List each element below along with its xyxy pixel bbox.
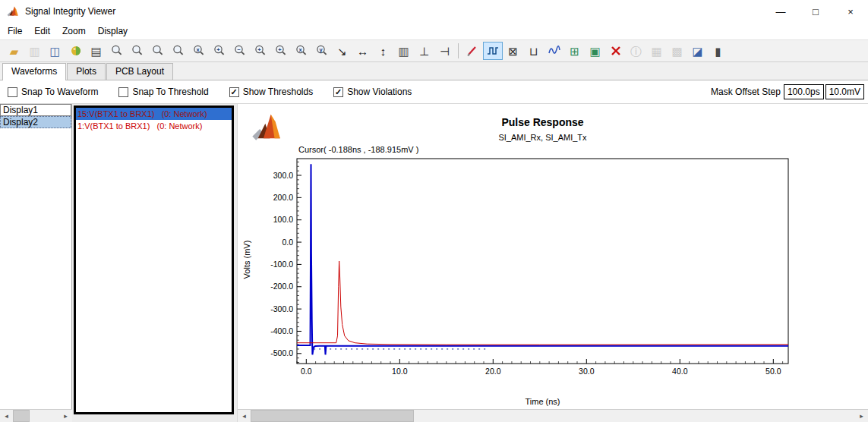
zoom-out-y-icon-glyph: y — [315, 44, 329, 58]
tab-plots[interactable]: Plots — [67, 63, 106, 80]
display-list[interactable]: Display1Display2 — [0, 104, 72, 409]
brush-icon[interactable]: ▮ — [709, 42, 728, 60]
horizontal-cursor-icon-glyph: ↔ — [357, 46, 368, 57]
zoom-in-y-icon-glyph: + — [274, 44, 288, 58]
menu-file[interactable]: File — [2, 24, 28, 38]
scroll-thumb[interactable] — [251, 410, 414, 422]
menu-zoom[interactable]: Zoom — [56, 24, 92, 38]
checkbox-show-thresholds[interactable]: ✓Show Thresholds — [229, 87, 314, 97]
mask-offset-time-field[interactable]: 100.0ps — [784, 84, 824, 99]
waveform-plot[interactable]: 300.0200.0100.00.0-100.0-200.0-300.0-400… — [238, 153, 868, 395]
mask-table-icon[interactable]: ⊞ — [565, 42, 585, 60]
checkbox-snap-to-threshold[interactable]: Snap To Threshold — [118, 87, 208, 97]
zoom-fit-icon-glyph — [131, 44, 144, 58]
measurements-icon[interactable]: ▥ — [394, 42, 414, 60]
snap-left-icon[interactable]: ⊣ — [435, 42, 455, 60]
zoom-cursor-icon-glyph — [172, 44, 185, 58]
display-item-display1[interactable]: Display1 — [0, 104, 71, 116]
matlab-logo-icon — [7, 5, 20, 17]
checkbox-snap-to-waveform[interactable]: Snap To Waveform — [8, 87, 98, 97]
minimize-button[interactable]: — — [763, 0, 798, 23]
close-button[interactable]: × — [833, 0, 868, 23]
svg-text:40.0: 40.0 — [672, 367, 688, 376]
placeholder2-icon[interactable]: ▩ — [668, 42, 687, 60]
scroll-right-button[interactable]: ▸ — [855, 410, 868, 422]
zoom-x-mode-icon-glyph: x — [192, 44, 206, 58]
signal-item[interactable]: 15:V(BTX1 to BRX1) (0: Network) — [76, 108, 232, 120]
placeholder-icon-glyph: ▦ — [651, 46, 661, 57]
svg-text:+: + — [216, 46, 220, 53]
bathtub-curve-icon-glyph: ⊔ — [529, 46, 538, 57]
zoom-in-icon[interactable]: + — [210, 42, 229, 60]
eye-diagram-icon[interactable]: ⊠ — [503, 42, 523, 60]
zoom-out-icon[interactable]: − — [230, 42, 250, 60]
zoom-cursor-icon[interactable] — [169, 42, 188, 60]
zoom-in-x-icon[interactable]: + — [251, 42, 270, 60]
menu-display[interactable]: Display — [92, 24, 134, 38]
colormap-icon-glyph — [69, 44, 83, 58]
tab-pcb-layout[interactable]: PCB Layout — [106, 63, 173, 80]
import-data-icon[interactable]: ▥ — [25, 42, 45, 60]
snap-bottom-icon[interactable]: ⊥ — [415, 42, 434, 60]
signal-list[interactable]: 15:V(BTX1 to BRX1) (0: Network)1:V(BTX1 … — [74, 106, 234, 414]
zoom-x-mode-icon[interactable]: x — [189, 42, 209, 60]
horizontal-cursor-icon[interactable]: ↔ — [353, 42, 373, 60]
pulse-response-icon-glyph — [486, 44, 500, 58]
content-area: Display1Display2 ◂ ▸ 15:V(BTX1 to BRX1) … — [0, 104, 868, 422]
signal-item[interactable]: 1:V(BTX1 to BRX1) (0: Network) — [76, 120, 232, 132]
export-figure-icon[interactable]: ◪ — [688, 42, 708, 60]
slope-cursor-icon[interactable]: ↘ — [333, 42, 352, 60]
zoom-out-y-icon[interactable]: y — [312, 42, 332, 60]
svg-text:10.0: 10.0 — [392, 367, 408, 376]
checkbox-icon: ✓ — [333, 87, 343, 97]
pulse-response-icon[interactable] — [483, 42, 503, 60]
find-icon[interactable] — [107, 42, 127, 60]
mask-offset-group: Mask Offset Step 100.0ps 10.0mV — [711, 84, 864, 99]
display-list-scrollbar[interactable]: ◂ ▸ — [0, 409, 72, 422]
plot-panel: Pulse Response SI_AMI_Rx, SI_AMI_Tx Curs… — [237, 104, 868, 422]
options-bar: Snap To WaveformSnap To Threshold✓Show T… — [0, 80, 868, 104]
svg-text:-100.0: -100.0 — [270, 260, 293, 269]
mask-offset-voltage-field[interactable]: 10.0mV — [825, 84, 864, 99]
zoom-in-y-icon[interactable]: + — [271, 42, 291, 60]
placeholder-icon[interactable]: ▦ — [647, 42, 667, 60]
scroll-thumb[interactable] — [13, 410, 30, 422]
waveform-icon[interactable] — [544, 42, 564, 60]
snapshot-icon[interactable]: ▣ — [586, 42, 605, 60]
import-data-icon-glyph: ▥ — [29, 46, 39, 57]
svg-text:50.0: 50.0 — [765, 367, 781, 376]
svg-text:0.0: 0.0 — [301, 367, 312, 376]
checkbox-label: Snap To Waveform — [21, 87, 98, 97]
tab-waveforms[interactable]: Waveforms — [2, 63, 66, 80]
svg-text:100.0: 100.0 — [273, 215, 293, 224]
zoom-region-icon[interactable] — [148, 42, 168, 60]
delete-icon[interactable] — [606, 42, 626, 60]
scroll-track[interactable] — [251, 410, 855, 422]
scroll-left-button[interactable]: ◂ — [0, 410, 13, 422]
info-icon[interactable]: ⓘ — [627, 42, 646, 60]
zoom-in-icon-glyph: + — [213, 44, 226, 58]
plot-subtitle: SI_AMI_Rx, SI_AMI_Tx — [297, 133, 788, 142]
find-icon-glyph — [110, 44, 124, 58]
svg-text:+: + — [257, 46, 261, 53]
zoom-out-x-icon[interactable]: x — [292, 42, 311, 60]
svg-text:300.0: 300.0 — [273, 171, 293, 180]
open-session-icon[interactable]: ▰ — [5, 42, 24, 60]
checkbox-label: Show Thresholds — [243, 87, 314, 97]
compare-plots-icon[interactable]: ◫ — [46, 42, 65, 60]
scroll-right-button[interactable]: ▸ — [59, 410, 72, 422]
display-item-display2[interactable]: Display2 — [0, 116, 71, 128]
menu-edit[interactable]: Edit — [28, 24, 56, 38]
zoom-fit-icon[interactable] — [128, 42, 147, 60]
colormap-icon[interactable] — [66, 42, 86, 60]
scroll-track[interactable] — [13, 410, 59, 422]
annotate-pen-icon[interactable] — [462, 42, 482, 60]
checkbox-show-violations[interactable]: ✓Show Violations — [333, 87, 412, 97]
scroll-left-button[interactable]: ◂ — [238, 410, 251, 422]
vertical-cursor-icon[interactable]: ↕ — [374, 42, 393, 60]
waveform-icon-glyph — [548, 44, 561, 58]
maximize-button[interactable]: □ — [798, 0, 833, 23]
plot-scrollbar[interactable]: ◂ ▸ — [238, 409, 868, 422]
print-icon[interactable]: ▤ — [87, 42, 106, 60]
bathtub-curve-icon[interactable]: ⊔ — [524, 42, 544, 60]
